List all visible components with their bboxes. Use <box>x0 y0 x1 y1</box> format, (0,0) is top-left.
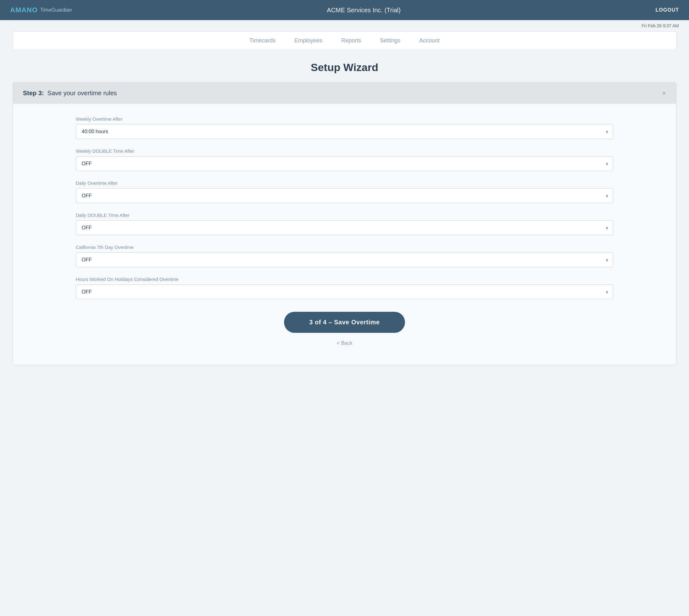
holiday-overtime-select-wrapper: OFF ON ▾ <box>76 284 613 299</box>
amano-logo: AMANO <box>10 6 38 14</box>
page-title: Setup Wizard <box>0 61 689 73</box>
nav-timecards[interactable]: Timecards <box>249 37 275 44</box>
app-header: AMANO TimeGuardian ACME Services Inc. (T… <box>0 0 689 20</box>
company-title: ACME Services Inc. (Trial) <box>327 7 401 14</box>
wizard-step-heading: Step 3: Save your overtime rules <box>23 90 117 97</box>
holiday-overtime-group: Hours Worked On Holidays Considered Over… <box>76 277 613 299</box>
california-7th-select[interactable]: OFF ON <box>76 252 613 267</box>
daily-double-label: Daily DOUBLE Time After <box>76 213 613 218</box>
wizard-header: Step 3: Save your overtime rules × <box>13 83 676 104</box>
wizard-step-title: Save your overtime rules <box>47 90 117 96</box>
daily-overtime-group: Daily Overtime After OFF 8:00 hours 9:00… <box>76 180 613 203</box>
weekly-overtime-label: Weekly Overtime After <box>76 116 613 122</box>
timeguardian-logo: TimeGuardian <box>40 7 72 13</box>
nav-employees[interactable]: Employees <box>294 37 323 44</box>
back-link-wrapper: < Back <box>76 340 613 349</box>
weekly-double-select-wrapper: OFF 48:00 hours 60:00 hours 72:00 hours … <box>76 156 613 171</box>
datetime-display: Fri Feb 26 9:37 AM <box>0 20 689 31</box>
logout-button[interactable]: LOGOUT <box>656 7 679 13</box>
save-overtime-button[interactable]: 3 of 4 – Save Overtime <box>284 312 405 333</box>
daily-double-select[interactable]: OFF 12:00 hours 14:00 hours 16:00 hours <box>76 220 613 235</box>
daily-overtime-select-wrapper: OFF 8:00 hours 9:00 hours 10:00 hours 12… <box>76 188 613 203</box>
weekly-double-label: Weekly DOUBLE Time After <box>76 148 613 154</box>
weekly-overtime-group: Weekly Overtime After 40:00 hours OFF 8:… <box>76 116 613 139</box>
weekly-overtime-select[interactable]: 40:00 hours OFF 8:00 hours 10:00 hours 1… <box>76 124 613 139</box>
weekly-double-select[interactable]: OFF 48:00 hours 60:00 hours 72:00 hours <box>76 156 613 171</box>
california-7th-select-wrapper: OFF ON ▾ <box>76 252 613 267</box>
logo: AMANO TimeGuardian <box>10 6 72 14</box>
wizard-step-label: Step 3: <box>23 90 44 96</box>
daily-overtime-label: Daily Overtime After <box>76 180 613 186</box>
holiday-overtime-select[interactable]: OFF ON <box>76 284 613 299</box>
weekly-overtime-select-wrapper: 40:00 hours OFF 8:00 hours 10:00 hours 1… <box>76 124 613 139</box>
nav-account[interactable]: Account <box>419 37 440 44</box>
wizard-card: Step 3: Save your overtime rules × Weekl… <box>13 82 676 365</box>
nav-reports[interactable]: Reports <box>341 37 361 44</box>
nav-settings[interactable]: Settings <box>380 37 400 44</box>
weekly-double-group: Weekly DOUBLE Time After OFF 48:00 hours… <box>76 148 613 171</box>
wizard-body: Weekly Overtime After 40:00 hours OFF 8:… <box>13 104 676 365</box>
holiday-overtime-label: Hours Worked On Holidays Considered Over… <box>76 277 613 282</box>
daily-overtime-select[interactable]: OFF 8:00 hours 9:00 hours 10:00 hours 12… <box>76 188 613 203</box>
save-button-wrapper: 3 of 4 – Save Overtime <box>76 312 613 333</box>
wizard-close-button[interactable]: × <box>662 90 666 97</box>
california-7th-group: California 7th Day Overtime OFF ON ▾ <box>76 244 613 267</box>
back-link[interactable]: < Back <box>337 340 352 346</box>
daily-double-select-wrapper: OFF 12:00 hours 14:00 hours 16:00 hours … <box>76 220 613 235</box>
daily-double-group: Daily DOUBLE Time After OFF 12:00 hours … <box>76 213 613 235</box>
navigation-bar: Timecards Employees Reports Settings Acc… <box>13 31 676 50</box>
california-7th-label: California 7th Day Overtime <box>76 244 613 250</box>
